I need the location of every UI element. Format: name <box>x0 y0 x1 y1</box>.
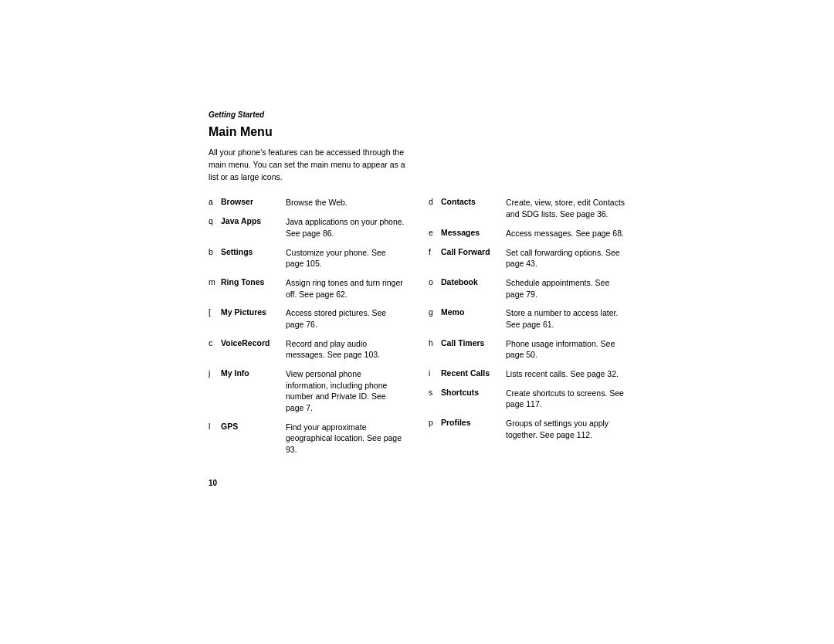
left-column: a Browser Browse the Web. q Java Apps Ja… <box>208 197 405 463</box>
menu-key: p <box>429 418 438 440</box>
menu-name: GPS <box>221 422 283 456</box>
menu-key: g <box>429 307 438 330</box>
page-container: Getting Started Main Menu All your phone… <box>193 95 641 503</box>
menu-desc: Create shortcuts to screens. See page 11… <box>506 388 626 410</box>
left-menu-item: q Java Apps Java applications on your ph… <box>208 216 405 239</box>
right-menu-item: f Call Forward Set call forwarding optio… <box>429 247 626 269</box>
menu-key: c <box>208 338 218 361</box>
right-column: d Contacts Create, view, store, edit Con… <box>429 197 626 463</box>
menu-desc: Java applications on your phone. See pag… <box>286 216 405 239</box>
menu-name: Recent Calls <box>441 368 503 380</box>
right-menu-item: i Recent Calls Lists recent calls. See p… <box>429 368 626 380</box>
menu-name: Call Forward <box>441 247 503 269</box>
menu-key: f <box>429 247 438 269</box>
menu-name: Browser <box>221 197 283 208</box>
page-number: 10 <box>208 479 626 487</box>
section-header: Getting Started <box>208 110 626 119</box>
menu-name: Messages <box>441 228 503 239</box>
menu-key: e <box>429 228 438 239</box>
menu-desc: Customize your phone. See page 105. <box>286 247 405 269</box>
menu-desc: Find your approximate geographical locat… <box>286 422 405 456</box>
menu-name: Ring Tones <box>221 277 283 300</box>
menu-name: Call Timers <box>441 338 503 361</box>
menu-desc: Assign ring tones and turn ringer off. S… <box>286 277 405 300</box>
left-menu-item: j My Info View personal phone informatio… <box>208 368 405 414</box>
right-menu-item: e Messages Access messages. See page 68. <box>429 228 626 239</box>
menu-desc: Lists recent calls. See page 32. <box>506 368 626 380</box>
menu-name: VoiceRecord <box>221 338 283 361</box>
menu-name: Java Apps <box>221 216 283 239</box>
menu-name: Datebook <box>441 277 503 300</box>
menu-key: h <box>429 338 438 361</box>
menu-key: l <box>208 422 218 456</box>
menu-desc: Browse the Web. <box>286 197 405 208</box>
menu-key: m <box>208 277 218 300</box>
menu-desc: Phone usage information. See page 50. <box>506 338 626 361</box>
menu-desc: Set call forwarding options. See page 43… <box>506 247 626 269</box>
menu-name: Memo <box>441 307 503 330</box>
menu-name: Profiles <box>441 418 503 440</box>
main-title: Main Menu <box>208 125 626 139</box>
menu-desc: Create, view, store, edit Contacts and S… <box>506 197 626 219</box>
right-menu-item: p Profiles Groups of settings you apply … <box>429 418 626 440</box>
menu-key: i <box>429 368 438 380</box>
right-menu-item: g Memo Store a number to access later. S… <box>429 307 626 330</box>
left-menu-item: c VoiceRecord Record and play audio mess… <box>208 338 405 361</box>
right-menu-item: s Shortcuts Create shortcuts to screens.… <box>429 388 626 410</box>
menu-key: [ <box>208 307 218 330</box>
left-menu-item: l GPS Find your approximate geographical… <box>208 422 405 456</box>
columns-wrapper: a Browser Browse the Web. q Java Apps Ja… <box>208 197 626 463</box>
intro-text: All your phone's features can be accesse… <box>208 147 409 183</box>
menu-key: d <box>429 197 438 219</box>
menu-name: Settings <box>221 247 283 269</box>
menu-key: s <box>429 388 438 410</box>
right-menu-item: h Call Timers Phone usage information. S… <box>429 338 626 361</box>
left-menu-item: b Settings Customize your phone. See pag… <box>208 247 405 269</box>
menu-desc: Access stored pictures. See page 76. <box>286 307 405 330</box>
menu-desc: Record and play audio messages. See page… <box>286 338 405 361</box>
menu-desc: Store a number to access later. See page… <box>506 307 626 330</box>
menu-name: Contacts <box>441 197 503 219</box>
menu-name: My Info <box>221 368 283 414</box>
menu-desc: Schedule appointments. See page 79. <box>506 277 626 300</box>
menu-desc: View personal phone information, includi… <box>286 368 405 414</box>
menu-name: Shortcuts <box>441 388 503 410</box>
menu-name: My Pictures <box>221 307 283 330</box>
menu-key: a <box>208 197 218 208</box>
left-menu-item: m Ring Tones Assign ring tones and turn … <box>208 277 405 300</box>
menu-desc: Access messages. See page 68. <box>506 228 626 239</box>
menu-desc: Groups of settings you apply together. S… <box>506 418 626 440</box>
menu-key: q <box>208 216 218 239</box>
right-menu-item: d Contacts Create, view, store, edit Con… <box>429 197 626 219</box>
left-menu-item: a Browser Browse the Web. <box>208 197 405 208</box>
menu-key: o <box>429 277 438 300</box>
menu-key: b <box>208 247 218 269</box>
right-menu-item: o Datebook Schedule appointments. See pa… <box>429 277 626 300</box>
menu-key: j <box>208 368 218 414</box>
left-menu-item: [ My Pictures Access stored pictures. Se… <box>208 307 405 330</box>
